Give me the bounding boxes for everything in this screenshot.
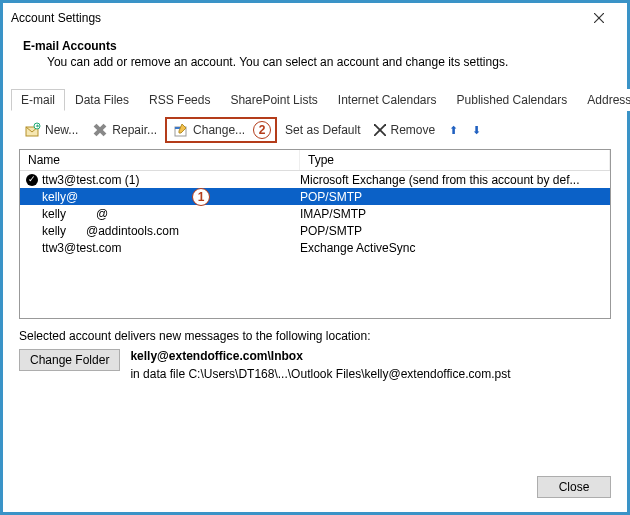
account-type: Exchange ActiveSync xyxy=(300,241,604,255)
change-label: Change... xyxy=(193,123,245,137)
toolbar: ✶ New... Repair... Change... 2 S xyxy=(3,111,627,149)
change-button[interactable]: Change... xyxy=(171,120,247,140)
tab-internet-calendars[interactable]: Internet Calendars xyxy=(328,89,447,111)
folder-file: in data file C:\Users\DT168\...\Outlook … xyxy=(130,367,510,381)
account-type: IMAP/SMTP xyxy=(300,207,604,221)
col-type[interactable]: Type xyxy=(300,150,610,170)
move-down-button[interactable]: ⬇ xyxy=(466,122,487,139)
new-label: New... xyxy=(45,123,78,137)
account-type: Microsoft Exchange (send from this accou… xyxy=(300,173,604,187)
accounts-list: Name Type ✓ ttw3@test.com (1) Microsoft … xyxy=(19,149,611,319)
list-header: Name Type xyxy=(20,150,610,171)
default-check-icon: ✓ xyxy=(26,174,38,186)
move-up-button[interactable]: ⬆ xyxy=(443,122,464,139)
account-type: POP/SMTP xyxy=(300,224,604,238)
new-button[interactable]: ✶ New... xyxy=(19,120,84,140)
col-name[interactable]: Name xyxy=(20,150,300,170)
header-title: E-mail Accounts xyxy=(23,39,607,53)
header: E-mail Accounts You can add or remove an… xyxy=(3,33,627,81)
repair-icon xyxy=(92,122,108,138)
repair-button[interactable]: Repair... xyxy=(86,120,163,140)
tab-published-calendars[interactable]: Published Calendars xyxy=(447,89,578,111)
account-row[interactable]: kelly @addintools.com POP/SMTP xyxy=(20,222,610,239)
folder-row: Change Folder kelly@extendoffice.com\Inb… xyxy=(19,349,611,381)
account-name: ttw3@test.com (1) xyxy=(42,173,140,187)
svg-text:✶: ✶ xyxy=(35,123,40,129)
remove-label: Remove xyxy=(390,123,435,137)
folder-info: kelly@extendoffice.com\Inbox in data fil… xyxy=(130,349,510,381)
tab-data-files[interactable]: Data Files xyxy=(65,89,139,111)
header-subtitle: You can add or remove an account. You ca… xyxy=(47,55,607,69)
set-default-label: Set as Default xyxy=(285,123,360,137)
account-type: POP/SMTP xyxy=(300,190,604,204)
change-callout: Change... 2 xyxy=(165,117,277,143)
tab-address-books[interactable]: Address Books xyxy=(577,89,630,111)
arrow-up-icon: ⬆ xyxy=(449,124,458,137)
account-row[interactable]: kelly@ 1 POP/SMTP xyxy=(20,188,610,205)
footer-intro: Selected account delivers new messages t… xyxy=(19,329,611,343)
account-name: kelly @addintools.com xyxy=(42,224,179,238)
tab-rss-feeds[interactable]: RSS Feeds xyxy=(139,89,220,111)
remove-button[interactable]: Remove xyxy=(368,121,441,139)
account-row[interactable]: ttw3@test.com Exchange ActiveSync xyxy=(20,239,610,256)
account-row[interactable]: kelly @ IMAP/SMTP xyxy=(20,205,610,222)
new-mail-icon: ✶ xyxy=(25,122,41,138)
tab-email[interactable]: E-mail xyxy=(11,89,65,111)
close-button[interactable]: Close xyxy=(537,476,611,498)
footer: Selected account delivers new messages t… xyxy=(3,319,627,381)
change-icon xyxy=(173,122,189,138)
window-close-button[interactable] xyxy=(579,10,619,26)
tab-sharepoint-lists[interactable]: SharePoint Lists xyxy=(220,89,327,111)
account-name: ttw3@test.com xyxy=(42,241,122,255)
set-default-button[interactable]: Set as Default xyxy=(279,121,366,139)
tabstrip: E-mail Data Files RSS Feeds SharePoint L… xyxy=(11,87,619,111)
account-name: kelly @ xyxy=(42,207,108,221)
close-icon xyxy=(594,13,604,23)
window-title: Account Settings xyxy=(11,11,579,25)
repair-label: Repair... xyxy=(112,123,157,137)
account-settings-dialog: Account Settings E-mail Accounts You can… xyxy=(0,0,630,515)
account-name: kelly@ xyxy=(42,190,78,204)
callout-number-1: 1 xyxy=(192,188,210,206)
callout-number-2: 2 xyxy=(253,121,271,139)
remove-icon xyxy=(374,124,386,136)
account-row[interactable]: ✓ ttw3@test.com (1) Microsoft Exchange (… xyxy=(20,171,610,188)
titlebar: Account Settings xyxy=(3,3,627,33)
change-folder-button[interactable]: Change Folder xyxy=(19,349,120,371)
folder-path: kelly@extendoffice.com\Inbox xyxy=(130,349,510,363)
dialog-buttons: Close xyxy=(537,476,611,498)
arrow-down-icon: ⬇ xyxy=(472,124,481,137)
